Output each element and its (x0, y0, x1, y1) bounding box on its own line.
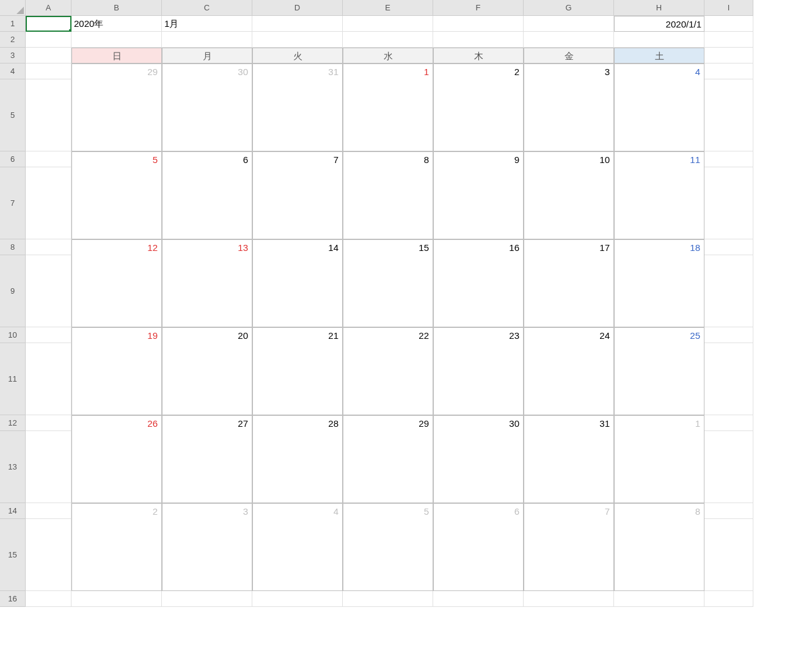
cell-A10[interactable] (26, 327, 71, 343)
row-header-16[interactable]: 16 (0, 591, 26, 607)
cell-D2[interactable] (252, 32, 343, 48)
calendar-body-0-0[interactable] (71, 79, 162, 151)
weekday-header-0[interactable]: 日 (71, 48, 162, 64)
cell-E16[interactable] (343, 591, 433, 607)
calendar-body-4-1[interactable] (162, 431, 252, 503)
column-header-D[interactable]: D (252, 0, 343, 16)
calendar-body-5-2[interactable] (252, 519, 343, 591)
calendar-body-4-3[interactable] (343, 431, 433, 503)
calendar-body-0-2[interactable] (252, 79, 343, 151)
calendar-day-0-4[interactable]: 2 (433, 64, 524, 79)
cell-I7[interactable] (704, 167, 753, 239)
calendar-body-2-1[interactable] (162, 255, 252, 327)
calendar-day-1-2[interactable]: 7 (252, 151, 343, 167)
row-header-14[interactable]: 14 (0, 503, 26, 519)
cell-G2[interactable] (524, 32, 614, 48)
calendar-body-2-0[interactable] (71, 255, 162, 327)
row-header-5[interactable]: 5 (0, 79, 26, 151)
row-header-10[interactable]: 10 (0, 327, 26, 343)
calendar-day-5-0[interactable]: 2 (71, 503, 162, 519)
calendar-day-5-3[interactable]: 5 (343, 503, 433, 519)
spreadsheet-grid[interactable]: ABCDEFGHI12020年1月2020/1/123日月火水木金土429303… (0, 0, 812, 607)
cell-B1[interactable]: 2020年 (71, 16, 162, 32)
calendar-day-1-3[interactable]: 8 (343, 151, 433, 167)
calendar-body-1-3[interactable] (343, 167, 433, 239)
calendar-day-5-6[interactable]: 8 (614, 503, 704, 519)
row-header-11[interactable]: 11 (0, 343, 26, 415)
cell-A4[interactable] (26, 64, 71, 79)
calendar-day-1-6[interactable]: 11 (614, 151, 704, 167)
row-header-3[interactable]: 3 (0, 48, 26, 64)
cell-A9[interactable] (26, 255, 71, 327)
row-header-8[interactable]: 8 (0, 239, 26, 255)
calendar-day-2-1[interactable]: 13 (162, 239, 252, 255)
cell-C16[interactable] (162, 591, 252, 607)
calendar-day-1-5[interactable]: 10 (524, 151, 614, 167)
column-header-E[interactable]: E (343, 0, 433, 16)
cell-C2[interactable] (162, 32, 252, 48)
cell-A11[interactable] (26, 343, 71, 415)
calendar-day-3-4[interactable]: 23 (433, 327, 524, 343)
calendar-day-4-6[interactable]: 1 (614, 415, 704, 431)
cell-F16[interactable] (433, 591, 524, 607)
row-header-12[interactable]: 12 (0, 415, 26, 431)
calendar-day-5-1[interactable]: 3 (162, 503, 252, 519)
calendar-day-5-5[interactable]: 7 (524, 503, 614, 519)
calendar-body-1-2[interactable] (252, 167, 343, 239)
calendar-body-2-3[interactable] (343, 255, 433, 327)
cell-A16[interactable] (26, 591, 71, 607)
calendar-day-2-6[interactable]: 18 (614, 239, 704, 255)
calendar-day-5-2[interactable]: 4 (252, 503, 343, 519)
row-header-13[interactable]: 13 (0, 431, 26, 503)
calendar-day-2-2[interactable]: 14 (252, 239, 343, 255)
calendar-body-0-5[interactable] (524, 79, 614, 151)
calendar-body-2-4[interactable] (433, 255, 524, 327)
cell-A2[interactable] (26, 32, 71, 48)
calendar-body-2-2[interactable] (252, 255, 343, 327)
column-header-I[interactable]: I (704, 0, 753, 16)
calendar-day-3-5[interactable]: 24 (524, 327, 614, 343)
calendar-day-0-3[interactable]: 1 (343, 64, 433, 79)
calendar-body-4-0[interactable] (71, 431, 162, 503)
weekday-header-4[interactable]: 木 (433, 48, 524, 64)
column-header-C[interactable]: C (162, 0, 252, 16)
calendar-body-0-3[interactable] (343, 79, 433, 151)
cell-B16[interactable] (71, 591, 162, 607)
calendar-body-4-6[interactable] (614, 431, 704, 503)
calendar-day-3-6[interactable]: 25 (614, 327, 704, 343)
calendar-day-4-1[interactable]: 27 (162, 415, 252, 431)
cell-H1[interactable]: 2020/1/1 (614, 16, 704, 32)
weekday-header-3[interactable]: 水 (343, 48, 433, 64)
row-header-15[interactable]: 15 (0, 519, 26, 591)
calendar-day-3-3[interactable]: 22 (343, 327, 433, 343)
calendar-day-0-1[interactable]: 30 (162, 64, 252, 79)
column-header-H[interactable]: H (614, 0, 704, 16)
cell-A7[interactable] (26, 167, 71, 239)
column-header-B[interactable]: B (71, 0, 162, 16)
calendar-day-4-4[interactable]: 30 (433, 415, 524, 431)
cell-H2[interactable] (614, 32, 704, 48)
cell-G1[interactable] (524, 16, 614, 32)
calendar-body-3-6[interactable] (614, 343, 704, 415)
calendar-day-4-0[interactable]: 26 (71, 415, 162, 431)
calendar-body-5-4[interactable] (433, 519, 524, 591)
cell-A8[interactable] (26, 239, 71, 255)
row-header-6[interactable]: 6 (0, 151, 26, 167)
calendar-body-4-2[interactable] (252, 431, 343, 503)
calendar-body-1-5[interactable] (524, 167, 614, 239)
calendar-body-3-4[interactable] (433, 343, 524, 415)
cell-I6[interactable] (704, 151, 753, 167)
weekday-header-1[interactable]: 月 (162, 48, 252, 64)
column-header-F[interactable]: F (433, 0, 524, 16)
cell-G16[interactable] (524, 591, 614, 607)
column-header-G[interactable]: G (524, 0, 614, 16)
cell-I9[interactable] (704, 255, 753, 327)
calendar-day-0-2[interactable]: 31 (252, 64, 343, 79)
row-header-2[interactable]: 2 (0, 32, 26, 48)
calendar-body-3-0[interactable] (71, 343, 162, 415)
calendar-body-2-6[interactable] (614, 255, 704, 327)
calendar-body-5-6[interactable] (614, 519, 704, 591)
calendar-body-3-2[interactable] (252, 343, 343, 415)
cell-I8[interactable] (704, 239, 753, 255)
cell-I15[interactable] (704, 519, 753, 591)
